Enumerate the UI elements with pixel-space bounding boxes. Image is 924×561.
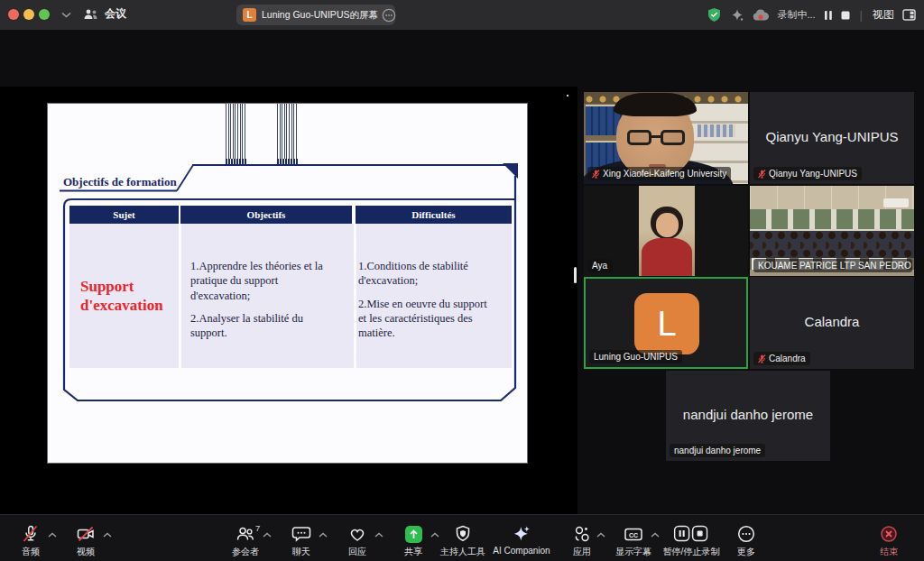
recording-status-label: 录制中... (777, 8, 815, 22)
participant-display-name: Qianyu Yang-UNIPUS (750, 129, 914, 144)
table-cell-sujet: Support d'excavation (80, 224, 178, 368)
minimize-window-button[interactable] (23, 9, 34, 20)
objectif-item: 2.Analyser la stabilité du support. (190, 311, 328, 341)
heart-icon (347, 524, 367, 544)
audio-options-chevron[interactable] (48, 532, 57, 538)
scrollbar-handle[interactable] (574, 267, 577, 283)
slide-title: Objectifs de formation (63, 175, 177, 189)
share-button[interactable]: 共享 (404, 525, 422, 558)
camera-muted-icon (76, 524, 96, 544)
participants-icon (236, 524, 255, 544)
apps-button[interactable]: 应用 (572, 525, 592, 558)
host-tools-button[interactable]: 主持人工具 (440, 525, 485, 558)
participant-name: nandjui danho jerome (674, 446, 761, 455)
security-shield-icon[interactable] (707, 7, 722, 23)
chat-label: 聊天 (292, 546, 310, 558)
participant-name: Luning Guo-UNIPUS (594, 352, 678, 362)
video-tile-qianyu-yang[interactable]: Qianyu Yang-UNIPUS Qianyu Yang-UNIPUS (750, 92, 914, 184)
participants-options-chevron[interactable] (263, 532, 272, 538)
table-column-divider (179, 224, 181, 368)
end-meeting-icon (880, 525, 898, 543)
participant-name-label: Luning Guo-UNIPUS (589, 350, 682, 363)
objectif-item: 1.Apprendre les théories et la pratique … (190, 259, 328, 303)
captions-options-chevron[interactable] (651, 532, 660, 538)
table-cell-objectifs: 1.Apprendre les théories et la pratique … (190, 259, 328, 340)
video-button[interactable]: 视频 (76, 525, 96, 558)
participants-group-icon (83, 8, 98, 21)
view-layout-icon[interactable] (902, 9, 916, 21)
meeting-tab[interactable]: 会议 (83, 6, 126, 22)
presentation-slide: Objectifs de formation Sujet Objectifs D… (48, 104, 527, 463)
titlebar: 会议 L Luning Guo-UNIPUS的屏幕 录制中... | 视图 (0, 0, 924, 30)
table-header-sujet: Sujet (69, 206, 179, 224)
tab-options-icon[interactable] (382, 8, 396, 23)
host-tools-label: 主持人工具 (440, 546, 485, 558)
audio-button[interactable]: 音频 (21, 525, 41, 558)
video-tile-kouame-patrice[interactable]: KOUAME PATRICE LTP SAN PEDRO (750, 186, 914, 276)
participants-label: 参会者 (232, 546, 259, 558)
cursor-dot (567, 95, 568, 97)
participant-name: KOUAME PATRICE LTP SAN PEDRO (758, 261, 911, 271)
reactions-options-chevron[interactable] (374, 532, 383, 538)
more-ellipsis-icon (736, 524, 756, 544)
audio-label: 音频 (22, 546, 40, 558)
recording-label: 暂停/停止录制 (663, 546, 720, 558)
chat-icon (291, 524, 311, 544)
pause-recording-icon[interactable] (824, 10, 833, 21)
participant-name: Calandra (769, 354, 806, 363)
shared-screen-tab[interactable]: L Luning Guo-UNIPUS的屏幕 (236, 5, 395, 25)
video-tile-luning-guo-active-speaker[interactable]: L Luning Guo-UNIPUS (584, 277, 748, 369)
video-tile-xing-xiaofei[interactable]: Xing Xiaofei-Kaifeng University (584, 92, 748, 184)
ai-companion-label: AI Companion (493, 546, 550, 556)
video-options-chevron[interactable] (103, 532, 112, 538)
muted-mic-icon (758, 354, 766, 363)
pause-stop-recording-button[interactable]: 暂停/停止录制 (663, 525, 720, 558)
apps-label: 应用 (573, 546, 591, 558)
stop-recording-icon[interactable] (841, 11, 850, 20)
apps-options-chevron[interactable] (596, 532, 605, 538)
chevron-down-icon[interactable] (61, 12, 71, 18)
video-tile-nandjui-danho[interactable]: nandjui danho jerome nandjui danho jerom… (666, 371, 830, 461)
end-label: 结束 (880, 546, 898, 558)
shared-screen-title: Luning Guo-UNIPUS的屏幕 (262, 9, 378, 22)
titlebar-divider: | (860, 8, 863, 22)
view-label[interactable]: 视图 (873, 7, 894, 23)
host-tools-shield-icon (453, 524, 473, 544)
difficulte-item: 2.Mise en oeuvre du support et les carac… (358, 297, 495, 341)
muted-mic-icon (592, 170, 600, 179)
ai-companion-button[interactable]: AI Companion (493, 525, 550, 556)
more-label: 更多 (737, 546, 755, 558)
captions-label: 显示字幕 (615, 546, 651, 558)
zoom-meeting-window: 会议 L Luning Guo-UNIPUS的屏幕 录制中... | 视图 (0, 0, 924, 561)
captions-button[interactable]: CC 显示字幕 (615, 525, 651, 558)
participant-name: Xing Xiaofei-Kaifeng University (603, 169, 726, 179)
mic-muted-icon (21, 524, 41, 544)
reactions-button[interactable]: 回应 (347, 525, 367, 558)
participant-name-label: KOUAME PATRICE LTP SAN PEDRO (753, 259, 912, 272)
ai-companion-status-icon[interactable] (730, 8, 744, 23)
participant-name-label: Qianyu Yang-UNIPUS (753, 167, 862, 180)
share-options-chevron[interactable] (430, 532, 439, 538)
participant-name-label: Xing Xiaofei-Kaifeng University (587, 167, 731, 180)
shared-screen-avatar: L (243, 8, 256, 22)
apps-icon (572, 524, 592, 544)
participant-display-name: Calandra (750, 314, 914, 329)
participants-count-badge: 7 (255, 523, 260, 533)
zoom-window-button[interactable] (39, 9, 50, 20)
table-header-difficultes: Difficultés (356, 206, 512, 224)
table-header-objectifs: Objectifs (180, 206, 352, 224)
chat-options-chevron[interactable] (319, 532, 328, 538)
chat-button[interactable]: 聊天 (291, 525, 311, 558)
table-column-divider (354, 224, 356, 368)
end-meeting-button[interactable]: 结束 (880, 525, 898, 558)
video-tile-calandra[interactable]: Calandra Calandra (750, 277, 914, 369)
participants-button[interactable]: 7 参会者 (232, 525, 259, 558)
muted-mic-icon (758, 170, 766, 179)
share-screen-icon (408, 529, 420, 540)
video-tile-aya[interactable]: Aya (584, 186, 748, 276)
avatar: L (634, 293, 699, 354)
ai-companion-icon (512, 524, 531, 544)
close-window-button[interactable] (8, 9, 19, 20)
more-button[interactable]: 更多 (736, 525, 756, 558)
video-label: 视频 (77, 546, 95, 558)
